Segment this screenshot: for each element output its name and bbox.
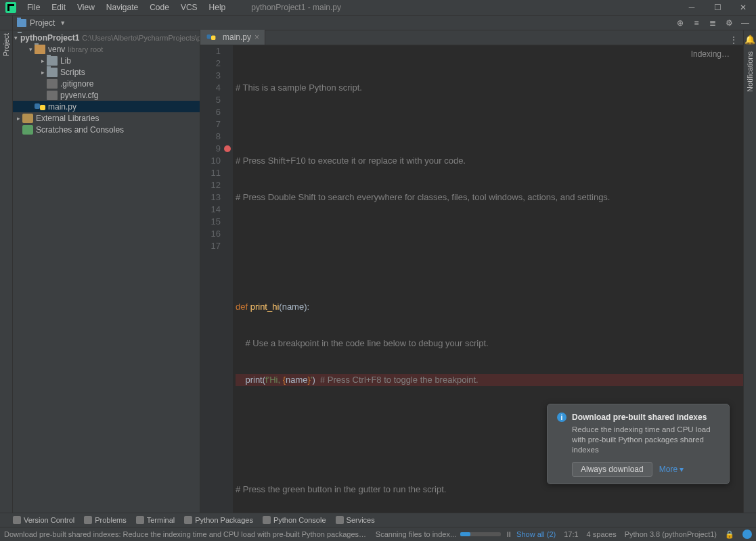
close-button[interactable]: ✕ [730,0,756,16]
indent-config[interactable]: 4 spaces [587,530,617,538]
editor-tab-mainpy[interactable]: main.py × [200,30,265,45]
line-number[interactable]: 12 [200,179,233,191]
caret-position[interactable]: 17:1 [564,530,578,538]
tree-external-libraries[interactable]: ▸ External Libraries [13,112,200,124]
main-menu: File Edit View Navigate Code VCS Help [22,1,231,14]
menu-code[interactable]: Code [144,1,175,14]
menu-file[interactable]: File [22,1,45,14]
tool-services[interactable]: Services [336,516,375,524]
always-download-button[interactable]: Always download [572,462,652,477]
right-tool-stripe: 🔔 Notifications [743,30,756,513]
tree-project-root[interactable]: ▾ pythonProject1 C:\Users\Alberto\Pychar… [13,32,200,43]
gear-icon[interactable]: ⚙ [724,18,734,28]
line-number[interactable]: 11 [200,167,233,179]
tree-gitignore[interactable]: .gitignore [13,78,200,89]
menu-navigate[interactable]: Navigate [101,1,143,14]
scratch-icon [22,125,33,135]
collapsed-arrow-icon[interactable]: ▸ [39,69,47,76]
tree-label: main.py [48,102,76,112]
notifications-bell-icon[interactable]: 🔔 [744,34,755,45]
file-icon [47,79,58,89]
line-number[interactable]: 7 [200,118,233,131]
problems-icon [84,516,92,524]
tool-version-control[interactable]: Version Control [13,516,74,524]
tool-python-packages[interactable]: Python Packages [184,516,253,524]
line-number[interactable]: 10 [200,155,233,167]
line-number[interactable]: 13 [200,191,233,204]
project-path-hint: C:\Users\Alberto\PycharmProjects\pythonP… [82,34,200,42]
tree-label: venv [48,45,65,54]
line-number[interactable]: 15 [200,216,233,228]
line-number[interactable]: 6 [200,106,233,118]
project-view-label: Project [30,18,55,28]
status-bar: Download pre-built shared indexes: Reduc… [0,527,756,541]
folder-icon [35,45,45,54]
collapsed-arrow-icon[interactable]: ▸ [39,57,47,64]
menu-help[interactable]: Help [204,1,231,14]
line-number[interactable]: 16 [200,228,233,240]
tree-venv[interactable]: ▾ venv library root [13,43,200,55]
line-number[interactable]: 3 [200,70,233,82]
line-number[interactable]: 8 [200,131,233,143]
left-tool-stripe: Project [0,30,13,513]
right-stripe-notifications-tab[interactable]: Notifications [746,49,754,95]
bottom-tool-window-bar: Version Control Problems Terminal Python… [0,513,756,527]
minimize-button[interactable]: ─ [679,0,705,16]
line-number[interactable]: 5 [200,94,233,106]
line-number[interactable]: 2 [200,57,233,70]
maximize-button[interactable]: ☐ [705,0,730,16]
locate-icon[interactable]: ⊕ [675,18,686,28]
tool-python-console[interactable]: Python Console [263,516,326,524]
line-number[interactable]: 4 [200,82,233,94]
scanning-label: Scanning files to index... [376,530,456,538]
hide-panel-icon[interactable]: — [740,18,751,28]
tool-problems[interactable]: Problems [84,516,126,524]
terminal-icon [136,516,144,524]
tool-terminal[interactable]: Terminal [136,516,175,524]
close-tab-icon[interactable]: × [254,32,259,42]
title-bar: File Edit View Navigate Code VCS Help py… [0,0,756,16]
python-file-icon [207,33,216,41]
line-number[interactable]: 17 [200,240,233,252]
lock-icon[interactable]: 🔒 [725,530,734,539]
line-number[interactable]: 9 [200,143,233,155]
menu-vcs[interactable]: VCS [175,1,203,14]
more-link[interactable]: More ▾ [659,465,684,474]
tree-label: External Libraries [36,114,99,123]
line-number[interactable]: 1 [200,45,233,57]
tree-mainpy[interactable]: main.py [13,101,200,112]
tree-lib[interactable]: ▸ Lib [13,55,200,66]
tree-scripts[interactable]: ▸ Scripts [13,66,200,78]
tree-label: Scripts [60,68,85,77]
pause-icon[interactable]: ⏸ [505,530,512,538]
expand-arrow-icon[interactable]: ▾ [14,34,18,41]
tree-label: Scratches and Consoles [36,125,124,135]
popup-body: Reduce the indexing time and CPU load wi… [557,425,719,455]
collapse-all-icon[interactable]: ≣ [707,18,718,28]
left-stripe-project-tab[interactable]: Project [2,30,10,59]
status-progress: Scanning files to index... ⏸ Show all (2… [376,530,556,538]
editor-tab-bar: main.py × ⋮ [200,30,743,45]
menu-edit[interactable]: Edit [46,1,71,14]
tree-label: Lib [60,56,71,66]
download-indexes-popup: i Download pre-built shared indexes Redu… [547,404,730,484]
project-toolbar: Project ▼ ⊕ ≡ ≣ ⚙ — [0,16,756,30]
editor-gutter[interactable]: 1 2 3 4 5 6 7 8 9 10 11 12 13 14 15 16 1… [200,45,233,513]
line-number[interactable]: 14 [200,204,233,216]
file-icon [47,91,58,100]
collapsed-arrow-icon[interactable]: ▸ [14,115,22,122]
tree-scratches[interactable]: Scratches and Consoles [13,124,200,135]
code-with-me-icon[interactable] [742,530,752,539]
tree-pyvenvcfg[interactable]: pyvenv.cfg [13,89,200,101]
console-icon [263,516,271,524]
folder-icon [47,68,58,77]
menu-view[interactable]: View [72,1,100,14]
project-view-selector[interactable]: Project ▼ [13,18,675,28]
breakpoint-icon[interactable] [224,145,231,152]
progress-bar [460,532,501,536]
expand-all-icon[interactable]: ≡ [691,18,702,28]
tab-more-icon[interactable]: ⋮ [724,35,743,45]
expand-arrow-icon[interactable]: ▾ [26,46,35,53]
python-interpreter[interactable]: Python 3.8 (pythonProject1) [625,530,717,538]
show-all-link[interactable]: Show all (2) [516,530,556,538]
